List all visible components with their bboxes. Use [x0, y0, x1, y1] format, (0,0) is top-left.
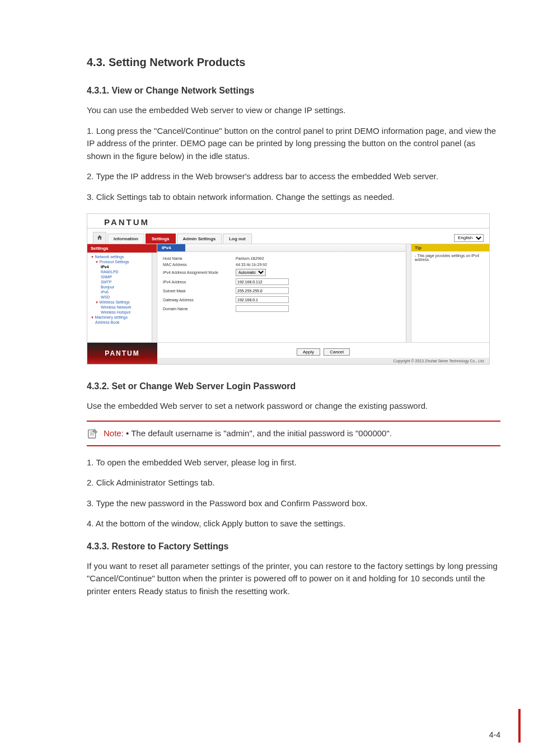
footer-right: Apply Cancel Copyright © 2013 Zhuhai Sei…	[157, 343, 489, 364]
paragraph: 2. Click Administrator Settings tab.	[87, 477, 500, 489]
row-host-name: Host Name Pantum-1B2992	[163, 256, 405, 260]
heading-4-3-1: 4.3.1. View or Change Network Settings	[87, 86, 500, 96]
input-subnet-mask[interactable]	[236, 287, 289, 294]
note-label: Note:	[104, 428, 126, 438]
label-assignment-mode: IPv4 Address Assignment Mode	[163, 270, 236, 274]
label-subnet-mask: Subnet Mask	[163, 289, 236, 293]
tree-wireless-hotspot[interactable]: Wireless Hotspot	[87, 310, 157, 315]
heading-4-3-2: 4.3.2. Set or Change Web Server Login Pa…	[87, 381, 500, 391]
tree-ipv6[interactable]: IPv6	[87, 290, 157, 295]
form-tab-ipv4: IPv4	[157, 244, 185, 251]
language-select[interactable]: English	[454, 234, 484, 242]
tree-bonjour[interactable]: Bonjour	[87, 284, 157, 290]
brand-header: PANTUM	[87, 214, 489, 228]
value-host-name: Pantum-1B2992	[236, 256, 264, 260]
tree-wireless-settings[interactable]: Wireless Settings	[87, 300, 157, 305]
note-block: Note: • The default username is "admin",…	[87, 421, 500, 446]
tree-wsd[interactable]: WSD	[87, 295, 157, 300]
tip-text: - This page provides settings on IPv4 ad…	[411, 251, 489, 264]
form-area: IPv4 Host Name Pantum-1B2992 MAC Address…	[157, 244, 411, 342]
tree-rawlpd[interactable]: RAW/LPD	[87, 269, 157, 274]
sidebar-tree: Network settings Protocol Settings IPv4 …	[87, 253, 157, 342]
tab-settings[interactable]: Settings	[146, 234, 176, 244]
panel-body: Settings Network settings Protocol Setti…	[87, 244, 489, 342]
page-number: 4-4	[489, 730, 500, 739]
tree-wireless-network[interactable]: Wireless Network	[87, 305, 157, 310]
footer-brand-box: PANTUM	[87, 343, 157, 364]
select-assignment-mode[interactable]: Automatic	[236, 269, 266, 276]
main-area: IPv4 Host Name Pantum-1B2992 MAC Address…	[157, 244, 489, 342]
copyright-text: Copyright © 2013 Zhuhai Seine Technology…	[157, 358, 489, 364]
form-rows: Host Name Pantum-1B2992 MAC Address 44:3…	[157, 252, 411, 316]
value-mac: 44:33:4c:1b:29:92	[236, 263, 267, 267]
footer-brand-logo: PANTUM	[105, 349, 139, 357]
label-ipv4-address: IPv4 Address	[163, 280, 236, 284]
sidebar-header: Settings	[87, 244, 157, 253]
paragraph: If you want to reset all parameter setti…	[87, 560, 500, 598]
paragraph: Use the embedded Web server to set a net…	[87, 400, 500, 413]
row-assignment-mode: IPv4 Address Assignment Mode Automatic	[163, 269, 405, 276]
home-icon	[97, 235, 102, 240]
tip-header: Tip	[411, 244, 489, 251]
paragraph: 1. To open the embedded Web server, plea…	[87, 456, 500, 469]
web-ui-screenshot: PANTUM Information Settings Admin Settin…	[87, 213, 490, 365]
tree-ipv4[interactable]: IPv4	[87, 264, 157, 269]
footer-section: PANTUM Apply Cancel Copyright © 2013 Zhu…	[87, 342, 489, 364]
tabs-row: Information Settings Admin Settings Log …	[87, 228, 489, 244]
row-subnet-mask: Subnet Mask	[163, 287, 405, 294]
tabs-left: Information Settings Admin Settings Log …	[93, 232, 253, 244]
input-gateway[interactable]	[236, 296, 289, 303]
tree-snmp[interactable]: SNMP	[87, 274, 157, 279]
form-scrollbar[interactable]	[406, 244, 411, 342]
brand-logo: PANTUM	[104, 217, 149, 227]
button-row: Apply Cancel	[157, 343, 489, 358]
paragraph: 3. Type the new password in the Password…	[87, 497, 500, 510]
tree-smtp[interactable]: SMTP	[87, 279, 157, 284]
label-mac: MAC Address	[163, 263, 236, 267]
tree-network-settings[interactable]: Network settings	[87, 254, 157, 259]
note-icon	[87, 427, 99, 440]
heading-4-3-3: 4.3.3. Restore to Factory Settings	[87, 542, 500, 552]
cancel-button[interactable]: Cancel	[324, 348, 350, 356]
row-gateway: Gateway Address	[163, 296, 405, 303]
paragraph: 3. Click Settings tab to obtain network …	[87, 191, 500, 204]
row-domain-name: Domain Name	[163, 305, 405, 312]
tab-admin-settings[interactable]: Admin Settings	[177, 234, 222, 244]
apply-button[interactable]: Apply	[297, 348, 320, 356]
sidebar-scrollbar[interactable]	[152, 253, 157, 342]
note-text: • The default username is "admin", and t…	[126, 428, 392, 438]
form-header-row: IPv4	[157, 244, 411, 252]
tab-home[interactable]	[93, 232, 106, 244]
heading-4-3: 4.3. Setting Network Products	[87, 56, 500, 69]
sidebar: Settings Network settings Protocol Setti…	[87, 244, 157, 342]
tip-panel: Tip - This page provides settings on IPv…	[411, 244, 489, 342]
paragraph: You can use the embedded Web server to v…	[87, 104, 500, 117]
page-accent-bar	[518, 709, 521, 743]
paragraph: 1. Long press the "Cancel/Continue" butt…	[87, 125, 500, 163]
input-domain-name[interactable]	[236, 305, 289, 312]
label-gateway: Gateway Address	[163, 298, 236, 302]
tab-logout[interactable]: Log out	[223, 234, 251, 244]
tab-information[interactable]: Information	[107, 234, 144, 244]
paragraph: 2. Type the IP address in the Web browse…	[87, 170, 500, 183]
label-domain-name: Domain Name	[163, 307, 236, 311]
input-ipv4-address[interactable]	[236, 278, 289, 285]
tree-machinery-settings[interactable]: Machinery settings	[87, 315, 157, 320]
tree-protocol-settings[interactable]: Protocol Settings	[87, 259, 157, 264]
tree-address-book[interactable]: Address Book	[87, 320, 157, 325]
paragraph: 4. At the bottom of the window, click Ap…	[87, 517, 500, 530]
row-ipv4-address: IPv4 Address	[163, 278, 405, 285]
label-host-name: Host Name	[163, 256, 236, 260]
row-mac: MAC Address 44:33:4c:1b:29:92	[163, 263, 405, 267]
